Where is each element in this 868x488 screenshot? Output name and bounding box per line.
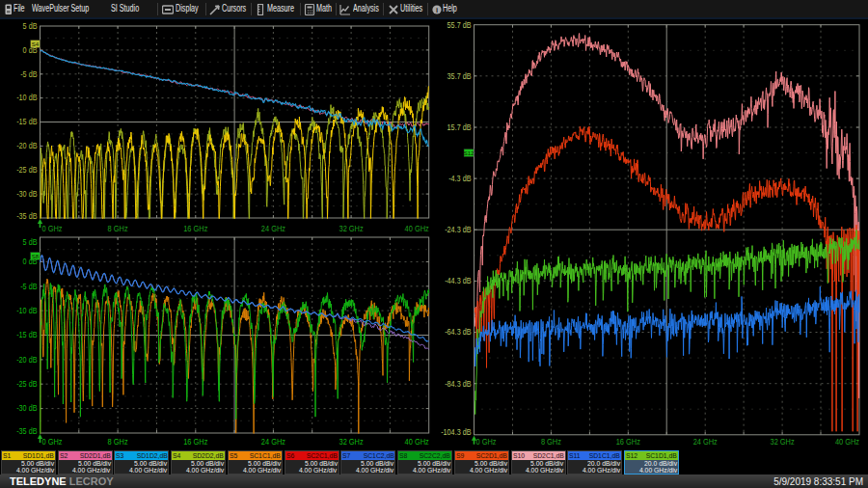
- svg-text:40 GHz: 40 GHz: [835, 437, 859, 447]
- svg-text:-35 dB: -35 dB: [16, 211, 38, 221]
- svg-text:-20 dB: -20 dB: [16, 141, 38, 150]
- svg-text:-30 dB: -30 dB: [16, 189, 38, 199]
- svg-text:-5 dB: -5 dB: [20, 69, 38, 79]
- svg-text:40 GHz: 40 GHz: [405, 437, 429, 447]
- svg-text:-10 dB: -10 dB: [16, 306, 38, 315]
- svg-text:16 GHz: 16 GHz: [183, 437, 207, 447]
- svg-text:24 GHz: 24 GHz: [261, 224, 285, 233]
- svg-text:-15 dB: -15 dB: [16, 117, 38, 126]
- svg-text:0 GHz: 0 GHz: [42, 437, 63, 447]
- svg-text:-30 dB: -30 dB: [16, 403, 38, 413]
- svg-text:-104.3 dB: -104.3 dB: [441, 427, 472, 437]
- svg-text:8 GHz: 8 GHz: [108, 437, 128, 447]
- svg-text:-5 dB: -5 dB: [20, 282, 38, 291]
- svg-text:-64.3 dB: -64.3 dB: [445, 327, 472, 337]
- svg-text:8 GHz: 8 GHz: [541, 437, 561, 447]
- svg-text:-10 dB: -10 dB: [16, 93, 38, 102]
- svg-text:-84.3 dB: -84.3 dB: [445, 379, 472, 389]
- svg-text:-20 dB: -20 dB: [16, 355, 38, 365]
- svg-text:-44.3 dB: -44.3 dB: [445, 276, 472, 285]
- svg-text:-15 dB: -15 dB: [16, 330, 38, 339]
- svg-text:0 GHz: 0 GHz: [42, 224, 63, 233]
- svg-text:8 GHz: 8 GHz: [108, 224, 128, 233]
- svg-text:16 GHz: 16 GHz: [616, 437, 640, 447]
- svg-text:32 GHz: 32 GHz: [339, 437, 364, 447]
- svg-text:24 GHz: 24 GHz: [261, 437, 285, 447]
- svg-text:15.7 dB: 15.7 dB: [448, 122, 472, 132]
- svg-text:55.7 dB: 55.7 dB: [448, 20, 472, 30]
- svg-text:24 GHz: 24 GHz: [693, 437, 718, 447]
- svg-text:32 GHz: 32 GHz: [339, 224, 364, 233]
- svg-text:-25 dB: -25 dB: [16, 165, 38, 175]
- svg-text:-35 dB: -35 dB: [16, 426, 38, 436]
- svg-text:16 GHz: 16 GHz: [183, 224, 207, 233]
- svg-text:5 dB: 5 dB: [23, 21, 38, 31]
- svg-text:-24.3 dB: -24.3 dB: [445, 225, 472, 234]
- svg-text:35.7 dB: 35.7 dB: [448, 71, 472, 81]
- svg-text:-25 dB: -25 dB: [16, 379, 38, 389]
- svg-text:40 GHz: 40 GHz: [405, 224, 429, 233]
- svg-text:32 GHz: 32 GHz: [771, 437, 795, 447]
- svg-text:S12: S12: [464, 150, 475, 156]
- svg-text:0 dB: 0 dB: [23, 45, 38, 55]
- svg-text:0 dB: 0 dB: [23, 257, 38, 266]
- svg-text:-4.3 dB: -4.3 dB: [448, 174, 472, 183]
- svg-text:0 GHz: 0 GHz: [476, 437, 497, 447]
- svg-text:5 dB: 5 dB: [23, 237, 38, 247]
